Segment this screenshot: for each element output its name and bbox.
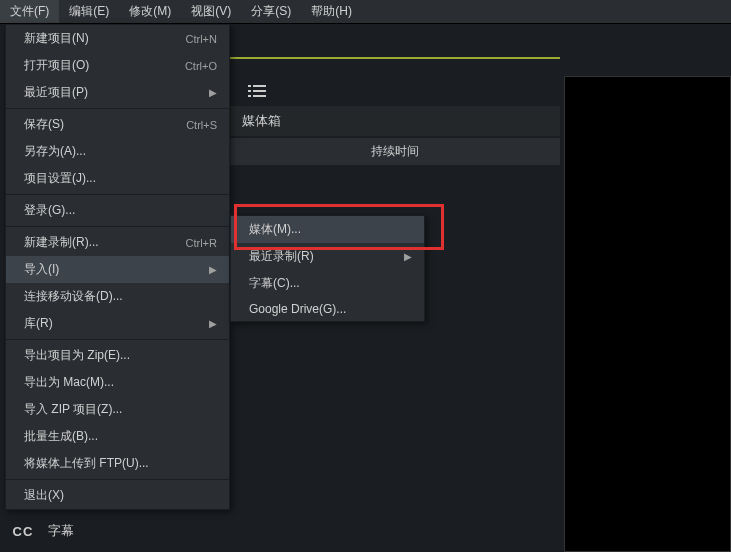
import-media[interactable]: 媒体(M)... [231,216,424,243]
shortcut: Ctrl+O [185,60,217,72]
new-recording[interactable]: 新建录制(R)...Ctrl+R [6,229,229,256]
duration-column[interactable]: 持续时间 [230,138,560,165]
separator [6,339,229,340]
import-google-drive[interactable]: Google Drive(G)... [231,297,424,321]
label: 登录(G)... [24,202,75,219]
label: 导入(I) [24,261,59,278]
label: 将媒体上传到 FTP(U)... [24,455,149,472]
import-recent-recording[interactable]: 最近录制(R)▶ [231,243,424,270]
shortcut: Ctrl+N [186,33,217,45]
svg-rect-3 [253,90,266,92]
import-submenu: 媒体(M)... 最近录制(R)▶ 字幕(C)... Google Drive(… [230,215,425,322]
label: Google Drive(G)... [249,302,346,316]
label: 连接移动设备(D)... [24,288,123,305]
separator [6,479,229,480]
cc-icon: CC [12,520,34,542]
label: 导出为 Mac(M)... [24,374,114,391]
sign-in[interactable]: 登录(G)... [6,197,229,224]
connect-mobile[interactable]: 连接移动设备(D)... [6,283,229,310]
label: 新建录制(R)... [24,234,99,251]
media-panel: 媒体箱 持续时间 [230,76,560,156]
open-project[interactable]: 打开项目(O)Ctrl+O [6,52,229,79]
batch-produce[interactable]: 批量生成(B)... [6,423,229,450]
menu-view[interactable]: 视图(V) [181,0,241,23]
menu-edit[interactable]: 编辑(E) [59,0,119,23]
menu-help[interactable]: 帮助(H) [301,0,362,23]
chevron-right-icon: ▶ [209,318,217,329]
label: 另存为(A)... [24,143,86,160]
label: 退出(X) [24,487,64,504]
label: 项目设置(J)... [24,170,96,187]
save-as[interactable]: 另存为(A)... [6,138,229,165]
import[interactable]: 导入(I)▶ [6,256,229,283]
menubar: 文件(F) 编辑(E) 修改(M) 视图(V) 分享(S) 帮助(H) [0,0,731,24]
label: 字幕(C)... [249,275,300,292]
svg-rect-0 [248,85,251,87]
preview-canvas [564,76,731,552]
exit[interactable]: 退出(X) [6,482,229,509]
upload-ftp[interactable]: 将媒体上传到 FTP(U)... [6,450,229,477]
menu-share[interactable]: 分享(S) [241,0,301,23]
export-mac[interactable]: 导出为 Mac(M)... [6,369,229,396]
label: 媒体(M)... [249,221,301,238]
label: 库(R) [24,315,53,332]
label: 批量生成(B)... [24,428,98,445]
media-bin-title: 媒体箱 [230,106,560,136]
svg-rect-1 [253,85,266,87]
svg-rect-2 [248,90,251,92]
import-zip[interactable]: 导入 ZIP 项目(Z)... [6,396,229,423]
chevron-right-icon: ▶ [404,251,412,262]
label: 保存(S) [24,116,64,133]
chevron-right-icon: ▶ [209,264,217,275]
library[interactable]: 库(R)▶ [6,310,229,337]
svg-rect-5 [253,95,266,97]
export-zip[interactable]: 导出项目为 Zip(E)... [6,342,229,369]
file-dropdown: 新建项目(N)Ctrl+N 打开项目(O)Ctrl+O 最近项目(P)▶ 保存(… [5,24,230,510]
list-icon [248,84,266,98]
separator [6,108,229,109]
list-view-tab[interactable] [230,78,284,104]
new-project[interactable]: 新建项目(N)Ctrl+N [6,25,229,52]
svg-rect-4 [248,95,251,97]
separator [6,226,229,227]
import-captions[interactable]: 字幕(C)... [231,270,424,297]
sidebar-captions[interactable]: CC 字幕 [2,512,202,550]
label: 最近项目(P) [24,84,88,101]
label: 导出项目为 Zip(E)... [24,347,130,364]
separator [6,194,229,195]
shortcut: Ctrl+R [186,237,217,249]
menu-modify[interactable]: 修改(M) [119,0,181,23]
sidebar-item-label: 字幕 [48,522,74,540]
save[interactable]: 保存(S)Ctrl+S [6,111,229,138]
accent-bar [230,57,560,59]
shortcut: Ctrl+S [186,119,217,131]
project-settings[interactable]: 项目设置(J)... [6,165,229,192]
recent-projects[interactable]: 最近项目(P)▶ [6,79,229,106]
label: 最近录制(R) [249,248,314,265]
label: 打开项目(O) [24,57,89,74]
label: 新建项目(N) [24,30,89,47]
label: 导入 ZIP 项目(Z)... [24,401,122,418]
menu-file[interactable]: 文件(F) [0,0,59,23]
chevron-right-icon: ▶ [209,87,217,98]
